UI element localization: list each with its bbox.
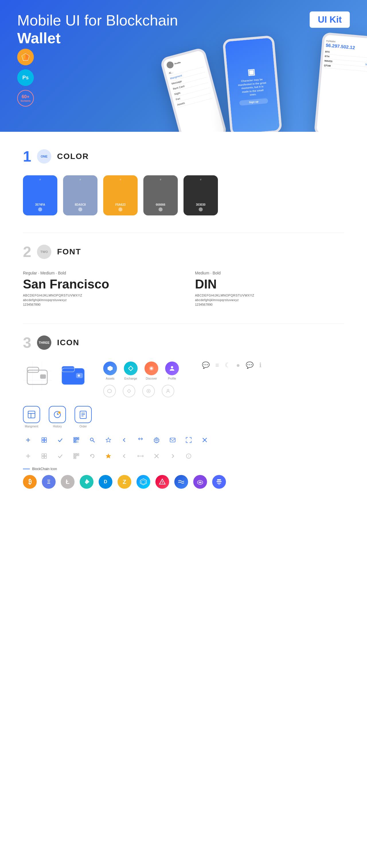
font-din-lower: abcdefghijklmnopqrstuvwxyz bbox=[195, 298, 344, 302]
icon-profile: Profile bbox=[165, 362, 179, 380]
svg-point-25 bbox=[148, 391, 149, 392]
svg-rect-45 bbox=[77, 438, 78, 439]
screens-badge: 60+ Screens bbox=[17, 90, 34, 106]
color-swatches: # 3574FA # 8DA0C8 # F5A623 # 666666 # 30… bbox=[23, 175, 344, 215]
litecoin-logo: Ł bbox=[61, 475, 75, 489]
font-columns: Regular · Medium · Bold San Francisco AB… bbox=[23, 271, 344, 306]
section-badge-one: ONE bbox=[37, 149, 51, 163]
svg-text:i: i bbox=[188, 455, 189, 458]
dash-logo: D bbox=[98, 475, 112, 489]
svg-rect-63 bbox=[45, 454, 47, 456]
svg-rect-85 bbox=[218, 484, 220, 485]
tool-close-gray bbox=[151, 451, 162, 461]
icon-main-row: Assets Exchange Discover bbox=[23, 362, 344, 397]
section-badge-three: THREE bbox=[37, 336, 51, 350]
tool-expand bbox=[184, 435, 194, 445]
waves-logo bbox=[174, 475, 188, 489]
nav-icons: Assets Exchange Discover bbox=[103, 362, 179, 397]
svg-rect-41 bbox=[45, 440, 47, 442]
feathercoin-logo bbox=[80, 475, 93, 489]
font-sf-label: Regular · Medium · Bold bbox=[23, 271, 172, 275]
blockchain-label: BlockChain Icon bbox=[23, 467, 344, 471]
font-din-name: DIN bbox=[195, 277, 344, 291]
section-badge-two: TWO bbox=[37, 245, 51, 259]
svg-rect-65 bbox=[45, 456, 47, 458]
tool-star bbox=[103, 435, 114, 445]
font-section-header: 2 TWO FONT bbox=[23, 244, 344, 259]
assets-icon bbox=[103, 362, 117, 375]
nav-icons-colored: Assets Exchange Discover bbox=[103, 362, 179, 380]
tool-settings bbox=[151, 435, 162, 445]
svg-point-26 bbox=[167, 389, 169, 391]
speech-icon: 💬 bbox=[246, 362, 253, 369]
svg-rect-83 bbox=[217, 481, 222, 482]
font-din: Medium · Bold DIN ABCDEFGHIJKLMNOPQRSTUV… bbox=[195, 271, 344, 306]
svg-rect-48 bbox=[77, 441, 77, 441]
polygon-logo bbox=[193, 475, 207, 489]
wallet-outline-container bbox=[23, 362, 52, 390]
svg-rect-40 bbox=[42, 440, 44, 442]
exchange-icon-gray bbox=[123, 385, 135, 397]
font-din-numbers: 1234567890 bbox=[195, 303, 344, 306]
tool-share bbox=[135, 435, 146, 445]
discover-icon bbox=[144, 362, 158, 375]
icon-discover: Discover bbox=[144, 362, 158, 380]
svg-marker-54 bbox=[106, 438, 111, 442]
tool-send bbox=[167, 435, 178, 445]
ethereum-logo: Ξ bbox=[42, 475, 56, 489]
tool-arrows-gray bbox=[135, 451, 146, 461]
band-logo bbox=[212, 475, 226, 489]
tool-info-gray: i bbox=[184, 451, 194, 461]
phone-right: + myWallet $6.297.502.12 BTC738... ETH12… bbox=[314, 32, 367, 132]
grid-logo bbox=[137, 475, 150, 489]
tool-refresh-gray bbox=[87, 451, 97, 461]
svg-point-31 bbox=[58, 411, 60, 414]
phone-mockups: Profile Al... Mangment Message Rent Card… bbox=[169, 32, 367, 132]
font-sf: Regular · Medium · Bold San Francisco AB… bbox=[23, 271, 172, 306]
tool-icons-gray: i bbox=[23, 451, 344, 461]
icon-assets: Assets bbox=[103, 362, 117, 380]
wallet-filled-icon bbox=[60, 364, 86, 387]
svg-point-52 bbox=[90, 438, 93, 441]
phone-left: Profile Al... Mangment Message Rent Card… bbox=[160, 47, 227, 132]
tool-check-gray bbox=[55, 451, 65, 461]
nav-icons-gray bbox=[103, 385, 179, 397]
svg-marker-19 bbox=[108, 366, 113, 371]
section-number-3: 3 bbox=[23, 335, 31, 350]
crypto-logos: ₿ Ξ Ł D Z bbox=[23, 475, 344, 489]
bitcoin-logo: ₿ bbox=[23, 475, 37, 489]
swatch-gray-blue: # 8DA0C8 bbox=[63, 175, 97, 215]
icon-title: ICON bbox=[57, 338, 79, 347]
font-section: Regular · Medium · Bold San Francisco AB… bbox=[23, 271, 344, 306]
ark-logo bbox=[156, 475, 169, 489]
svg-marker-79 bbox=[141, 480, 145, 484]
svg-rect-67 bbox=[74, 454, 76, 455]
hero-title: Mobile UI for Blockchain Wallet bbox=[17, 11, 189, 47]
misc-icons-row1: 💬 ≡ ☾ ● 💬 ℹ bbox=[202, 362, 261, 369]
svg-rect-62 bbox=[42, 454, 44, 456]
blockchain-line bbox=[23, 469, 30, 469]
svg-point-22 bbox=[171, 366, 173, 368]
tool-qr bbox=[71, 435, 81, 445]
app-function-icons: Mangment History Order bbox=[23, 406, 344, 428]
svg-point-18 bbox=[78, 374, 80, 377]
tool-check bbox=[55, 435, 65, 445]
tool-star-gold bbox=[103, 451, 114, 461]
font-din-upper: ABCDEFGHIJKLMNOPQRSTUVWXYZ bbox=[195, 293, 344, 297]
management-icon bbox=[23, 406, 40, 423]
color-section-header: 1 ONE COLOR bbox=[23, 149, 344, 164]
svg-rect-64 bbox=[42, 456, 44, 458]
font-sf-name: San Francisco bbox=[23, 277, 172, 291]
svg-point-21 bbox=[150, 367, 152, 370]
ps-badge: Ps bbox=[17, 69, 34, 86]
tool-grid bbox=[39, 435, 49, 445]
dot-icon: ● bbox=[236, 362, 240, 369]
chat-icon: 💬 bbox=[202, 362, 209, 369]
info-icon: ℹ bbox=[259, 362, 261, 369]
svg-rect-43 bbox=[74, 438, 76, 439]
svg-rect-51 bbox=[78, 442, 78, 443]
svg-rect-57 bbox=[170, 438, 175, 442]
hero-section: Mobile UI for Blockchain Wallet UI Kit P… bbox=[0, 0, 367, 132]
swatch-blue: # 3574FA bbox=[23, 175, 57, 215]
wallet-filled-container bbox=[60, 364, 86, 388]
